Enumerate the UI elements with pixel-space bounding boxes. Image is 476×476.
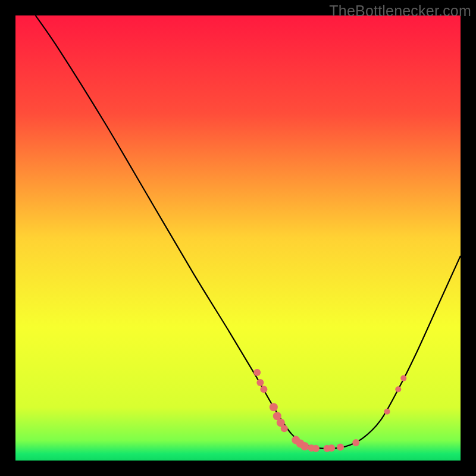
data-marker [400,375,406,381]
watermark-text: TheBottlenecker.com [329,2,471,20]
gradient-background [15,15,461,461]
data-marker [328,444,335,452]
data-marker [253,369,261,376]
data-marker [395,386,401,392]
data-marker [352,439,359,446]
data-marker [256,379,264,386]
chart-frame [15,15,461,461]
data-marker [300,442,309,450]
data-marker [260,386,267,393]
data-marker [312,445,320,452]
data-marker [337,444,344,451]
data-marker [270,403,278,411]
data-marker [384,409,390,415]
bottleneck-chart [15,15,461,461]
data-marker [281,425,288,432]
